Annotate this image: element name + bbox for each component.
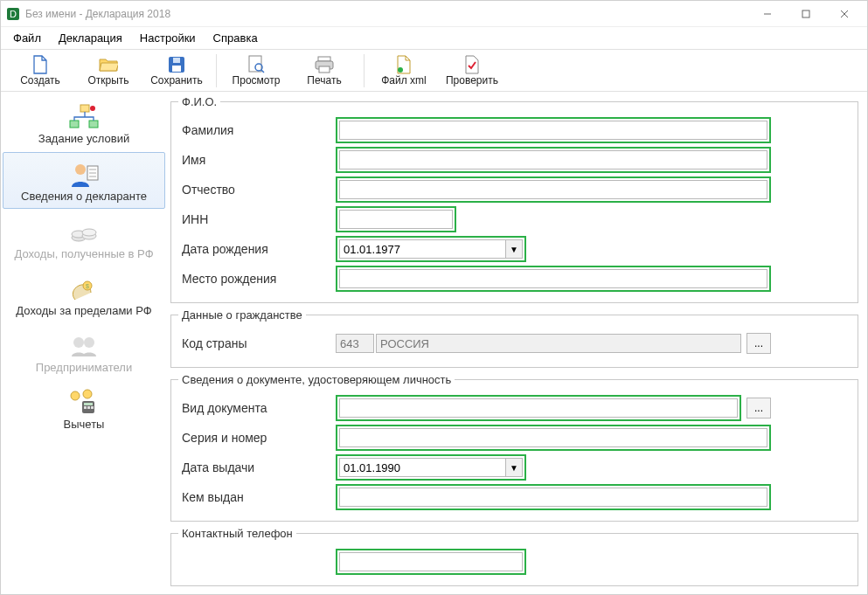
entrepreneurs-icon [66, 331, 102, 361]
svg-point-32 [84, 337, 94, 348]
patronymic-label: Отчество [178, 183, 336, 197]
inn-input[interactable] [339, 210, 453, 229]
toolbar: Создать Открыть Сохранить Просмотр Печа [1, 50, 867, 92]
surname-input[interactable] [339, 121, 767, 140]
citizenship-legend: Данные о гражданстве [178, 308, 306, 322]
country-code-input [336, 334, 374, 353]
titlebar: D Без имени - Декларация 2018 [1, 1, 867, 27]
sidebar-item-label: Вычеты [64, 418, 105, 431]
issue-date-label: Дата выдачи [178, 460, 336, 474]
menubar: Файл Декларация Настройки Справка [1, 27, 867, 50]
birthplace-input[interactable] [339, 269, 767, 288]
name-input[interactable] [339, 150, 767, 170]
toolbar-save[interactable]: Сохранить [144, 52, 209, 90]
new-file-icon [31, 55, 50, 74]
issue-date-combo[interactable]: ▼ [339, 458, 523, 477]
menu-help[interactable]: Справка [208, 30, 263, 46]
app-window: D Без имени - Декларация 2018 Файл Декла… [0, 0, 868, 595]
toolbar-save-label: Сохранить [150, 74, 203, 86]
sidebar-item-deductions[interactable]: Вычеты [3, 381, 165, 436]
preview-icon [247, 55, 266, 74]
toolbar-filexml[interactable]: Файл xml [372, 52, 436, 90]
sidebar-item-income-rf[interactable]: Доходы, полученные в РФ [3, 211, 165, 266]
svg-rect-17 [70, 121, 79, 128]
check-icon [462, 55, 482, 74]
phone-legend: Контактный телефон [178, 527, 296, 540]
toolbar-check[interactable]: Проверить [440, 52, 504, 90]
toolbar-check-label: Проверить [446, 74, 498, 86]
svg-rect-8 [173, 58, 180, 63]
app-icon: D [6, 7, 20, 21]
toolbar-open[interactable]: Открыть [76, 52, 141, 90]
toolbar-create[interactable]: Создать [8, 52, 73, 90]
chevron-down-icon[interactable]: ▼ [505, 458, 523, 477]
svg-rect-38 [87, 406, 90, 409]
issued-by-label: Кем выдан [178, 490, 336, 504]
dob-label: Дата рождения [178, 242, 336, 256]
country-code-label: Код страны [178, 336, 336, 350]
sidebar: Задание условий Сведения о декларанте До… [1, 92, 167, 594]
phone-input[interactable] [339, 552, 523, 571]
svg-point-33 [71, 391, 80, 400]
issued-by-input[interactable] [339, 488, 767, 507]
svg-point-28 [82, 229, 96, 236]
svg-line-11 [261, 70, 264, 73]
sidebar-item-label: Доходы за пределами РФ [16, 304, 151, 317]
series-number-input[interactable] [339, 428, 767, 447]
svg-point-31 [73, 337, 84, 348]
surname-label: Фамилия [178, 123, 336, 137]
svg-rect-36 [84, 403, 93, 405]
birthplace-label: Место рождения [178, 272, 336, 286]
sidebar-item-conditions[interactable]: Задание условий [3, 95, 165, 150]
country-name-input [376, 334, 741, 353]
issue-date-input[interactable] [339, 458, 505, 477]
save-icon [167, 55, 186, 74]
sidebar-item-label: Предприниматели [36, 361, 132, 374]
maximize-button[interactable] [787, 2, 825, 26]
dob-combo[interactable]: ▼ [339, 239, 523, 259]
menu-file[interactable]: Файл [8, 30, 46, 46]
income-rf-icon [66, 218, 102, 247]
toolbar-separator [364, 54, 365, 87]
toolbar-create-label: Создать [20, 74, 60, 86]
print-icon [315, 55, 334, 74]
dob-input[interactable] [339, 239, 505, 259]
income-foreign-icon: $ [66, 274, 102, 304]
doc-type-picker-button[interactable]: ... [746, 398, 771, 419]
country-picker-button[interactable]: ... [746, 333, 771, 354]
chevron-down-icon[interactable]: ▼ [505, 239, 523, 259]
svg-point-34 [83, 390, 92, 398]
toolbar-print-label: Печать [307, 74, 341, 86]
svg-rect-3 [802, 10, 809, 17]
svg-rect-18 [89, 121, 98, 128]
svg-rect-16 [80, 105, 89, 112]
citizenship-group: Данные о гражданстве Код страны ... [170, 308, 858, 368]
fio-group: Ф.И.О. Фамилия Имя Отчество ИНН [170, 95, 858, 303]
svg-point-20 [75, 164, 86, 175]
menu-settings[interactable]: Настройки [135, 30, 201, 46]
doc-type-input[interactable] [339, 398, 738, 418]
toolbar-print[interactable]: Печать [292, 52, 357, 90]
minimize-button[interactable] [748, 2, 787, 26]
menu-declaration[interactable]: Декларация [53, 30, 128, 46]
svg-rect-7 [172, 66, 181, 72]
svg-text:$: $ [86, 283, 89, 289]
sidebar-item-entrepreneurs[interactable]: Предприниматели [3, 324, 165, 379]
sidebar-item-income-foreign[interactable]: $ Доходы за пределами РФ [3, 267, 165, 322]
phone-group: Контактный телефон [170, 527, 858, 586]
svg-point-15 [398, 67, 403, 73]
sidebar-item-declarant[interactable]: Сведения о декларанте [3, 152, 165, 209]
deductions-icon [66, 388, 102, 418]
patronymic-input[interactable] [339, 180, 767, 199]
ellipsis-icon: ... [754, 402, 763, 414]
conditions-icon [66, 102, 102, 132]
svg-point-19 [90, 106, 95, 111]
fio-legend: Ф.И.О. [178, 95, 220, 108]
svg-rect-14 [319, 66, 330, 73]
sidebar-item-label: Задание условий [38, 132, 129, 145]
toolbar-preview[interactable]: Просмотр [224, 52, 288, 90]
sidebar-item-label: Доходы, полученные в РФ [14, 247, 153, 260]
name-label: Имя [178, 153, 336, 167]
svg-rect-12 [318, 57, 330, 61]
close-button[interactable] [825, 2, 864, 26]
